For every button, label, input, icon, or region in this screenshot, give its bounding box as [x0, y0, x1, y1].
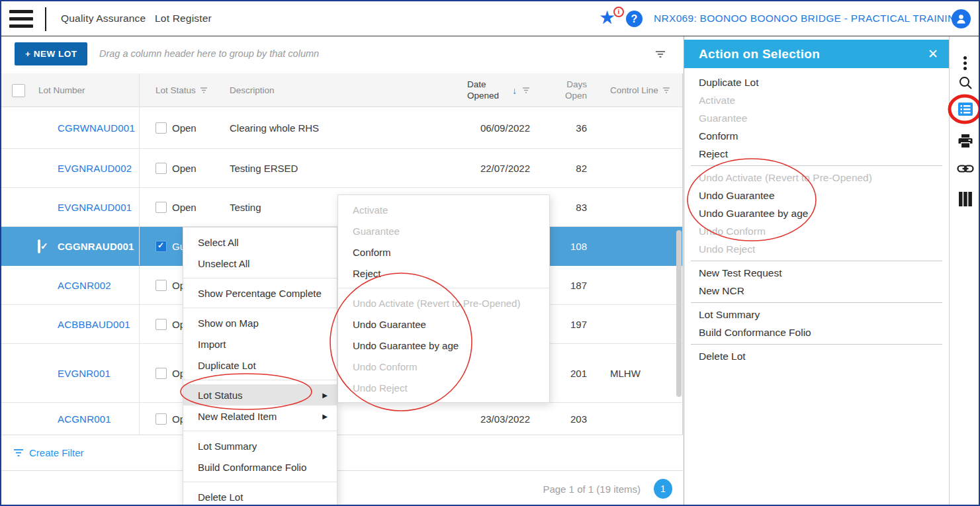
- filter-icon[interactable]: [522, 87, 530, 94]
- page-info: Page 1 of 1 (19 items): [543, 484, 641, 495]
- lot-details-icon[interactable]: [950, 101, 980, 118]
- submenu-item-guarantee: Guarantee: [338, 220, 549, 241]
- submenu-item-reject[interactable]: Reject: [338, 263, 549, 284]
- table-row[interactable]: ACGNR001 Op 23/03/2022 203: [1, 403, 682, 435]
- filter-icon[interactable]: [662, 87, 670, 94]
- table-row[interactable]: EVGNRAUD002 Open Testing ERSED 22/07/202…: [1, 149, 682, 188]
- favorites-info-badge: i: [613, 7, 624, 17]
- search-icon[interactable]: [950, 75, 980, 91]
- new-lot-button[interactable]: + NEW LOT: [15, 42, 87, 65]
- column-header-days-open[interactable]: Days Open: [534, 79, 594, 102]
- submenu-item-undo-conform: Undo Conform: [338, 356, 549, 377]
- menu-item-lot-summary[interactable]: Lot Summary: [183, 435, 337, 456]
- lot-number-link[interactable]: EVGNR001: [58, 368, 111, 379]
- vertical-scrollbar[interactable]: [676, 230, 682, 397]
- status-checkbox[interactable]: [156, 280, 167, 291]
- status-checkbox[interactable]: [156, 122, 167, 134]
- menu-item-show-on-map[interactable]: Show on Map: [183, 312, 337, 333]
- grid-toolbar: + NEW LOT Drag a column header here to g…: [1, 37, 683, 73]
- project-name[interactable]: NRX069: BOONOO BOONOO BRIDGE - PRACTICAL…: [654, 13, 963, 24]
- copy-link-icon[interactable]: [950, 163, 980, 174]
- column-header-lot-number[interactable]: Lot Number: [33, 73, 140, 107]
- lot-number-link[interactable]: ACBBBAUD001: [58, 319, 130, 330]
- panel-item-conform[interactable]: Conform: [684, 127, 949, 145]
- days-open-cell: 203: [534, 413, 594, 425]
- page-1-button[interactable]: 1: [654, 479, 672, 499]
- help-icon[interactable]: ?: [626, 11, 643, 27]
- panel-item-undo-guarantee[interactable]: Undo Guarantee: [684, 187, 949, 204]
- column-header-description[interactable]: Description: [230, 85, 395, 95]
- panel-item-delete-lot[interactable]: Delete Lot: [684, 347, 949, 365]
- select-all-checkbox[interactable]: [12, 84, 25, 97]
- lot-number-link[interactable]: EVGNRAUD002: [58, 163, 132, 174]
- status-checkbox[interactable]: [156, 202, 167, 213]
- favorites-star-icon[interactable]: ★ i: [599, 7, 621, 30]
- icon-rail: [949, 36, 980, 506]
- lot-status-submenu: Activate Guarantee Conform Reject Undo A…: [337, 194, 550, 403]
- filter-icon[interactable]: [200, 87, 208, 94]
- lot-number-link[interactable]: CGGNRAUD001: [58, 241, 134, 252]
- panel-item-duplicate-lot[interactable]: Duplicate Lot: [684, 73, 949, 91]
- submenu-arrow-icon: ▶: [322, 392, 328, 399]
- status-checkbox[interactable]: [156, 368, 167, 379]
- lot-number-link[interactable]: ACGNR001: [58, 413, 111, 425]
- menu-item-build-conformance-folio[interactable]: Build Conformance Folio: [183, 456, 337, 478]
- lot-number-link[interactable]: CGRWNAUD001: [58, 122, 135, 134]
- panel-action-list: Duplicate Lot Activate Guarantee Conform…: [684, 68, 949, 365]
- panel-item-undo-activate: Undo Activate (Revert to Pre-Opened): [684, 169, 949, 187]
- print-icon[interactable]: [950, 133, 980, 149]
- menu-item-lot-status[interactable]: Lot Status ▶: [183, 384, 337, 405]
- lot-number-link[interactable]: EVGNRAUD001: [58, 202, 132, 213]
- menu-item-unselect-all[interactable]: Unselect All: [183, 253, 337, 274]
- divider: [183, 278, 337, 278]
- panel-item-undo-reject: Undo Reject: [684, 240, 949, 258]
- panel-item-reject[interactable]: Reject: [684, 145, 949, 163]
- control-line-cell: MLHW: [594, 368, 683, 379]
- status-checkbox-checked[interactable]: [156, 241, 167, 252]
- pager-bar: Page 1 of 1 (19 items) 1: [1, 472, 683, 506]
- date-opened-cell: 06/09/2022: [395, 122, 534, 134]
- submenu-item-activate: Activate: [338, 199, 549, 220]
- create-filter-link[interactable]: Create Filter: [13, 447, 84, 458]
- panel-item-lot-summary[interactable]: Lot Summary: [684, 306, 949, 323]
- lot-number-link[interactable]: ACGNR002: [58, 280, 111, 291]
- hamburger-menu-icon[interactable]: [9, 10, 33, 28]
- description-cell: Clearing whole RHS: [230, 122, 395, 134]
- submenu-item-undo-activate: Undo Activate (Revert to Pre-Opened): [338, 292, 549, 314]
- menu-item-import[interactable]: Import: [183, 333, 337, 355]
- column-chooser-icon[interactable]: [950, 191, 980, 207]
- panel-item-new-ncr[interactable]: New NCR: [684, 282, 949, 300]
- user-avatar-icon[interactable]: [952, 9, 971, 28]
- more-options-icon[interactable]: [950, 54, 980, 72]
- column-header-date-opened[interactable]: Date Opened ↓: [395, 79, 534, 102]
- divider: [691, 302, 942, 303]
- filter-row-toggle-icon[interactable]: [655, 50, 666, 62]
- submenu-item-undo-guarantee[interactable]: Undo Guarantee: [338, 314, 549, 335]
- menu-item-show-percentage-complete[interactable]: Show Percentage Complete: [183, 282, 337, 304]
- divider: [691, 261, 942, 261]
- menu-item-delete-lot[interactable]: Delete Lot: [183, 486, 337, 506]
- filter-bar: Create Filter: [1, 435, 683, 471]
- panel-item-build-conformance-folio[interactable]: Build Conformance Folio: [684, 323, 949, 341]
- status-checkbox[interactable]: [156, 163, 167, 174]
- filter-icon: [13, 448, 24, 457]
- panel-title: Action on Selection: [684, 47, 820, 62]
- status-checkbox[interactable]: [156, 413, 167, 425]
- menu-item-select-all[interactable]: Select All: [183, 232, 337, 253]
- row-checkbox-checked[interactable]: [38, 239, 40, 253]
- table-row[interactable]: CGRWNAUD001 Open Clearing whole RHS 06/0…: [1, 107, 682, 149]
- status-checkbox[interactable]: [156, 319, 167, 330]
- close-icon[interactable]: ✕: [928, 46, 938, 62]
- menu-item-duplicate-lot[interactable]: Duplicate Lot: [183, 355, 337, 376]
- menu-item-new-related-item[interactable]: New Related Item ▶: [183, 405, 337, 427]
- submenu-item-undo-guarantee-by-age[interactable]: Undo Guarantee by age: [338, 335, 549, 356]
- panel-item-undo-guarantee-by-age[interactable]: Undo Guarantee by age: [684, 204, 949, 222]
- divider: [183, 482, 337, 482]
- column-header-control-line[interactable]: Control Line: [594, 85, 683, 95]
- sort-descending-icon[interactable]: ↓: [512, 85, 517, 96]
- description-cell: Testing ERSED: [230, 163, 395, 174]
- submenu-item-conform[interactable]: Conform: [338, 241, 549, 263]
- days-open-cell: 36: [534, 122, 594, 134]
- column-header-lot-status[interactable]: Lot Status: [140, 85, 230, 95]
- panel-item-new-test-request[interactable]: New Test Request: [684, 264, 949, 282]
